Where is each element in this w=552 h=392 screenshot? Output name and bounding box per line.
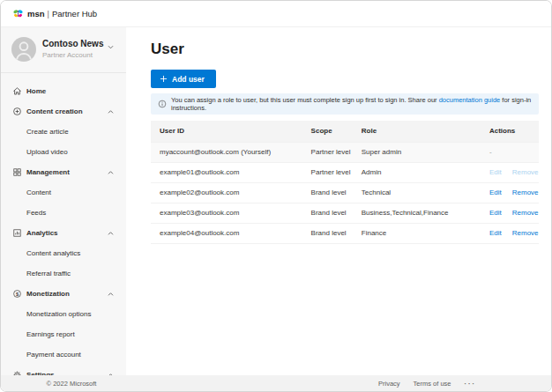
add-user-button[interactable]: Add user	[151, 70, 216, 88]
scope-cell: Partner level	[302, 162, 353, 182]
msn-butterfly-logo	[12, 8, 24, 19]
info-icon	[158, 100, 167, 108]
user-id-cell: example02@outlook.com	[151, 182, 302, 203]
add-circle-icon	[11, 107, 22, 117]
chevron-up-icon[interactable]	[107, 229, 115, 237]
column-header-user-id: User ID	[151, 121, 302, 142]
sidebar-item-create-article[interactable]: Create article	[1, 122, 126, 142]
chevron-up-icon[interactable]	[107, 107, 115, 115]
column-header-actions: Actions	[481, 121, 539, 142]
sidebar-nav: Home Content creation Create article Upl…	[1, 73, 126, 392]
role-cell: Technical	[353, 182, 481, 203]
actions-cell: -	[481, 142, 539, 162]
plus-icon	[160, 75, 168, 83]
edit-link[interactable]: Edit	[489, 209, 502, 217]
actions-cell: EditRemove	[481, 162, 539, 182]
sidebar-item-feeds[interactable]: Feeds	[1, 203, 126, 223]
sidebar-item-payment-account[interactable]: Payment account	[1, 344, 126, 365]
footer-bar: © 2022 Microsoft Privacy Terms of use ··…	[1, 375, 551, 391]
edit-link[interactable]: Edit	[489, 229, 502, 237]
table-row: example04@outlook.com Brand level Financ…	[151, 223, 539, 243]
scope-cell: Brand level	[302, 182, 353, 203]
analytics-icon	[11, 228, 22, 239]
sidebar-item-analytics[interactable]: Analytics	[1, 223, 126, 243]
sidebar-item-earnings-report[interactable]: Earnings report	[1, 324, 126, 344]
info-banner: You can assign a role to user, but this …	[151, 93, 539, 115]
partner-hub-window: msn | Partner Hub Contoso News Partner A…	[0, 0, 552, 392]
sidebar-item-monetization-options[interactable]: Monetization options	[1, 304, 126, 324]
column-header-role: Role	[353, 121, 481, 142]
scope-cell: Brand level	[302, 203, 353, 223]
chevron-down-icon	[107, 43, 115, 51]
page-title: User	[151, 41, 539, 58]
sidebar-item-management[interactable]: Management	[1, 162, 126, 182]
sidebar-item-label: Monetization	[26, 290, 70, 298]
table-row: example03@outlook.com Brand level Busine…	[151, 203, 539, 223]
column-header-scope: Scope	[302, 121, 353, 142]
avatar	[11, 37, 36, 62]
sidebar-item-monetization[interactable]: $ Monetization	[1, 284, 126, 304]
role-cell: Admin	[353, 162, 481, 182]
documentation-guide-link[interactable]: documentation guide	[439, 96, 501, 104]
scope-cell: Brand level	[302, 223, 353, 243]
more-options-button[interactable]: ···	[465, 380, 477, 388]
role-cell: Finance	[353, 223, 481, 243]
remove-link[interactable]: Remove	[512, 189, 539, 196]
sidebar-item-content-creation[interactable]: Content creation	[1, 101, 126, 122]
table-row: example02@outlook.com Brand level Techni…	[151, 182, 539, 203]
main-content: User Add user You can assign a role to u…	[126, 27, 551, 375]
table-row: example01@outlook.com Partner level Admi…	[151, 162, 539, 182]
banner-text: You can assign a role to user, but this …	[171, 96, 532, 112]
copyright-text: © 2022 Microsoft	[1, 380, 142, 388]
home-icon	[11, 86, 22, 97]
table-header-row: User ID Scope Role Actions	[151, 121, 539, 142]
terms-of-use-link[interactable]: Terms of use	[414, 380, 451, 388]
user-id-cell: example03@outlook.com	[151, 203, 302, 223]
edit-link[interactable]: Edit	[489, 189, 502, 196]
no-actions-placeholder: -	[489, 148, 492, 156]
brand-separator: |	[48, 10, 49, 18]
remove-link[interactable]: Remove	[512, 209, 539, 217]
sidebar-item-content[interactable]: Content	[1, 182, 126, 203]
svg-text:$: $	[15, 292, 19, 297]
add-user-label: Add user	[172, 75, 205, 84]
sidebar-item-home[interactable]: Home	[1, 81, 126, 101]
account-switcher[interactable]: Contoso News Partner Account	[1, 27, 126, 73]
user-table: User ID Scope Role Actions myaccount@out…	[151, 121, 539, 244]
brand-name: msn	[27, 9, 45, 18]
actions-cell: EditRemove	[481, 203, 539, 223]
user-id-cell: myaccount@outlook.com (Yourself)	[151, 142, 302, 162]
edit-link: Edit	[489, 168, 502, 176]
table-row: myaccount@outlook.com (Yourself) Partner…	[151, 142, 539, 162]
money-icon: $	[11, 289, 22, 300]
actions-cell: EditRemove	[481, 182, 539, 203]
product-name: Partner Hub	[52, 9, 97, 18]
remove-link[interactable]: Remove	[512, 229, 539, 237]
sidebar: Contoso News Partner Account Home	[1, 27, 126, 375]
sidebar-item-upload-video[interactable]: Upload video	[1, 142, 126, 162]
account-name: Contoso News	[42, 39, 103, 50]
user-id-cell: example01@outlook.com	[151, 162, 302, 182]
scope-cell: Partner level	[302, 142, 353, 162]
sidebar-item-label: Analytics	[26, 229, 58, 237]
sidebar-item-label: Home	[26, 87, 46, 95]
chevron-up-icon[interactable]	[107, 168, 115, 176]
sidebar-item-label: Content creation	[26, 107, 83, 115]
sidebar-item-referral-traffic[interactable]: Referral traffic	[1, 263, 126, 284]
sidebar-item-content-analytics[interactable]: Content analytics	[1, 243, 126, 263]
sidebar-item-label: Management	[26, 168, 70, 176]
privacy-link[interactable]: Privacy	[378, 380, 400, 388]
top-bar: msn | Partner Hub	[1, 1, 551, 27]
remove-link: Remove	[512, 168, 539, 176]
chevron-up-icon[interactable]	[107, 290, 115, 298]
actions-cell: EditRemove	[481, 223, 539, 243]
grid-icon	[11, 167, 22, 178]
user-id-cell: example04@outlook.com	[151, 223, 302, 243]
account-type: Partner Account	[42, 51, 103, 60]
role-cell: Business,Technical,Finance	[353, 203, 481, 223]
role-cell: Super admin	[353, 142, 481, 162]
